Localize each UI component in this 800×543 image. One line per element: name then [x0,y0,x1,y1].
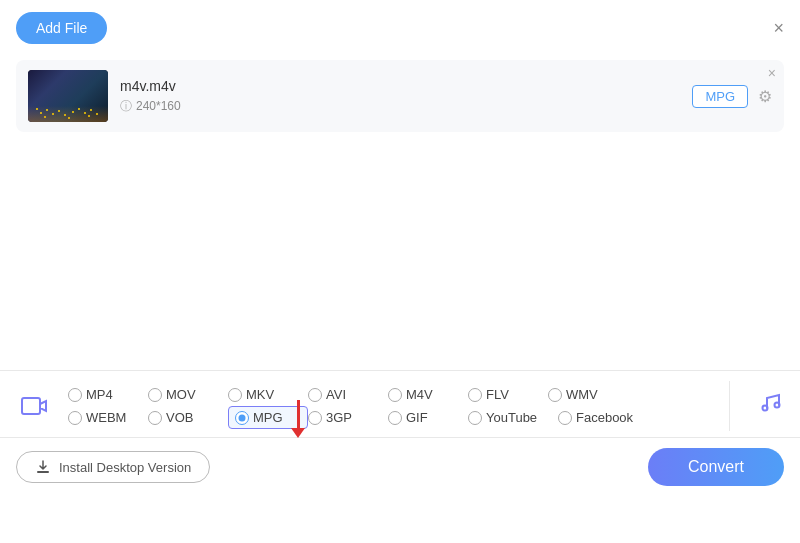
format-label-mpg: MPG [253,410,283,425]
svg-rect-4 [37,471,49,473]
file-dimensions: 240*160 [136,99,181,113]
format-radio-3gp[interactable] [308,411,322,425]
format-radio-gif[interactable] [388,411,402,425]
format-label-3gp: 3GP [326,410,352,425]
download-icon [35,459,51,475]
format-label-facebook: Facebook [576,410,633,425]
format-label-mov: MOV [166,387,196,402]
video-format-icon [16,388,52,424]
format-label-mp4: MP4 [86,387,113,402]
empty-area [0,140,800,370]
format-radio-mp4[interactable] [68,388,82,402]
format-option-vob[interactable]: VOB [148,406,228,429]
format-option-mov[interactable]: MOV [148,383,228,406]
format-label-vob: VOB [166,410,193,425]
file-name: m4v.m4v [120,78,692,94]
window-close-button[interactable]: × [773,19,784,37]
format-radio-mpg[interactable] [235,411,249,425]
arrow-shaft [297,400,300,428]
file-thumbnail [28,70,108,122]
top-bar: Add File × [0,0,800,52]
format-option-youtube[interactable]: YouTube [468,406,558,429]
format-option-mp4[interactable]: MP4 [68,383,148,406]
settings-button[interactable]: ⚙ [758,87,772,106]
format-radio-mkv[interactable] [228,388,242,402]
format-radio-avi[interactable] [308,388,322,402]
format-option-wmv[interactable]: WMV [548,383,628,406]
format-radio-youtube[interactable] [468,411,482,425]
format-label-mkv: MKV [246,387,274,402]
format-option-flv[interactable]: FLV [468,383,548,406]
format-radio-webm[interactable] [68,411,82,425]
format-radio-wmv[interactable] [548,388,562,402]
file-item: × [16,60,784,132]
format-label-webm: WEBM [86,410,126,425]
file-meta: ⓘ 240*160 [120,98,692,115]
format-radio-vob[interactable] [148,411,162,425]
svg-rect-0 [22,398,40,414]
svg-point-3 [775,403,780,408]
format-label-gif: GIF [406,410,428,425]
format-option-m4v[interactable]: M4V [388,383,468,406]
format-option-avi[interactable]: AVI [308,383,388,406]
format-row-1: MP4 MOV MKV AVI M4V FLV [68,383,705,406]
format-radio-flv[interactable] [468,388,482,402]
format-option-webm[interactable]: WEBM [68,406,148,429]
city-lights-decoration [28,101,108,122]
file-list: × [0,52,800,140]
format-selector: MP4 MOV MKV AVI M4V FLV [0,370,800,437]
file-remove-button[interactable]: × [768,66,776,80]
audio-format-icon[interactable] [758,390,784,422]
file-actions: MPG ⚙ [692,85,772,108]
format-radio-facebook[interactable] [558,411,572,425]
format-label-wmv: WMV [566,387,598,402]
install-desktop-button[interactable]: Install Desktop Version [16,451,210,483]
add-file-button[interactable]: Add File [16,12,107,44]
info-icon: ⓘ [120,98,132,115]
format-radio-m4v[interactable] [388,388,402,402]
thumbnail-image [28,70,108,122]
bottom-bar: Install Desktop Version Convert [0,437,800,496]
format-option-facebook[interactable]: Facebook [558,406,648,429]
format-label-m4v: M4V [406,387,433,402]
arrow-indicator [291,400,305,438]
svg-point-2 [763,406,768,411]
format-row-2: WEBM VOB MPG 3GP GIF YouTube [68,406,705,429]
arrow-head [291,428,305,438]
format-label-flv: FLV [486,387,509,402]
svg-marker-1 [40,401,46,411]
format-badge-button[interactable]: MPG [692,85,748,108]
format-radio-mov[interactable] [148,388,162,402]
convert-button[interactable]: Convert [648,448,784,486]
install-label: Install Desktop Version [59,460,191,475]
file-info: m4v.m4v ⓘ 240*160 [120,78,692,115]
format-label-youtube: YouTube [486,410,537,425]
format-option-gif[interactable]: GIF [388,406,468,429]
format-option-3gp[interactable]: 3GP [308,406,388,429]
format-label-avi: AVI [326,387,346,402]
vertical-divider [729,381,730,431]
